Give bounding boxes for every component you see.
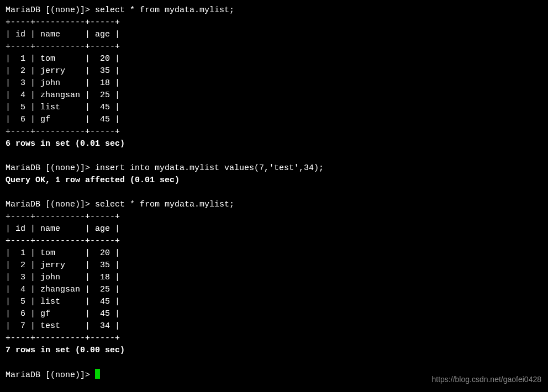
- db-prompt: MariaDB [(none)]>: [6, 370, 95, 380]
- prompt-line-1: MariaDB [(none)]> select * from mydata.m…: [6, 4, 542, 17]
- table-rows-1: | 1 | tom | 20 || 2 | jerry | 35 || 3 | …: [6, 53, 542, 126]
- blank-line: [6, 357, 542, 369]
- table-sep: +----+----------+-----+: [6, 126, 542, 138]
- table-sep: +----+----------+-----+: [6, 332, 542, 345]
- terminal-output: MariaDB [(none)]> select * from mydata.m…: [6, 4, 542, 382]
- watermark-text: https://blog.csdn.net/gaofei0428: [432, 373, 541, 385]
- table-row: | 2 | jerry | 35 |: [6, 65, 542, 77]
- table-sep: +----+----------+-----+: [6, 17, 542, 29]
- db-prompt: MariaDB [(none)]>: [6, 6, 95, 15]
- table-row: | 6 | gf | 45 |: [6, 114, 542, 126]
- table-row: | 5 | list | 45 |: [6, 102, 542, 114]
- table-rows-2: | 1 | tom | 20 || 2 | jerry | 35 || 3 | …: [6, 247, 542, 332]
- query-ok-message: Query OK, 1 row affected (0.01 sec): [6, 174, 542, 187]
- cursor-icon: [95, 369, 100, 379]
- table-sep: +----+----------+-----+: [6, 211, 542, 223]
- rows-summary: 6 rows in set (0.01 sec): [6, 138, 542, 150]
- table-sep: +----+----------+-----+: [6, 235, 542, 247]
- rows-summary: 7 rows in set (0.00 sec): [6, 345, 542, 357]
- table-row: | 5 | list | 45 |: [6, 296, 542, 308]
- table-row: | 7 | test | 34 |: [6, 320, 542, 332]
- sql-query-2: insert into mydata.mylist values(7,'test…: [95, 163, 324, 173]
- table-sep: +----+----------+-----+: [6, 41, 542, 53]
- table-row: | 2 | jerry | 35 |: [6, 259, 542, 272]
- table-row: | 4 | zhangsan | 25 |: [6, 89, 542, 102]
- prompt-line-3: MariaDB [(none)]> select * from mydata.m…: [6, 199, 542, 211]
- table-row: | 4 | zhangsan | 25 |: [6, 284, 542, 296]
- sql-query-3: select * from mydata.mylist;: [95, 200, 234, 209]
- blank-line: [6, 150, 542, 162]
- table-row: | 6 | gf | 45 |: [6, 308, 542, 320]
- prompt-line-2: MariaDB [(none)]> insert into mydata.myl…: [6, 162, 542, 174]
- table-row: | 3 | john | 18 |: [6, 272, 542, 284]
- blank-line: [6, 187, 542, 199]
- table-row: | 3 | john | 18 |: [6, 77, 542, 89]
- table-header: | id | name | age |: [6, 223, 542, 235]
- table-row: | 1 | tom | 20 |: [6, 53, 542, 65]
- table-header: | id | name | age |: [6, 29, 542, 41]
- db-prompt: MariaDB [(none)]>: [6, 200, 95, 209]
- db-prompt: MariaDB [(none)]>: [6, 163, 95, 173]
- sql-query-1: select * from mydata.mylist;: [95, 6, 234, 15]
- table-row: | 1 | tom | 20 |: [6, 247, 542, 259]
